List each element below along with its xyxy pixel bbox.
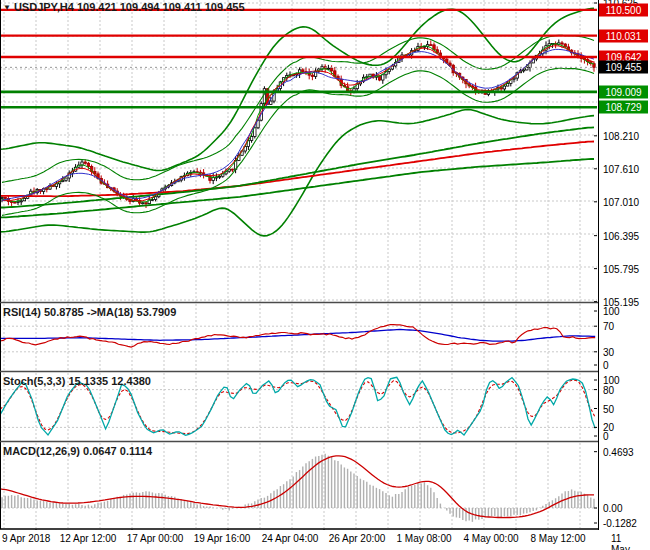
time-tick-label: 8 May 12:00 (530, 533, 585, 544)
time-tick-label: 11 May 04:00 (611, 533, 637, 550)
price-tick-label: 107.610 (603, 163, 639, 174)
price-level-badge: 108.729 (599, 101, 648, 114)
candle (71, 168, 73, 177)
symbol-timeframe-label: USDJPY,H4 (14, 1, 74, 13)
chart-canvas[interactable] (0, 0, 650, 550)
rsi-tick-label: 0 (603, 360, 609, 371)
time-tick-label: 24 Apr 04:00 (262, 533, 319, 544)
price-tick-label: 105.795 (603, 263, 639, 274)
macd-indicator-label: MACD(12,26,9) 0.0647 0.1114 (3, 445, 152, 457)
candle-body (151, 200, 153, 201)
time-tick-label: 17 Apr 00:00 (127, 533, 184, 544)
candle-body (23, 198, 25, 201)
candle-body (503, 86, 505, 89)
candle (311, 73, 313, 80)
price-level-badge: 109.009 (599, 85, 648, 98)
rsi-tick-label: 30 (603, 346, 614, 357)
trading-chart-window: ▼USDJPY,H4 109.421 109.494 109.411 109.4… (0, 0, 650, 550)
candle-body (218, 176, 220, 177)
candle-body (142, 203, 144, 204)
ohlc-values: 109.421 109.494 109.411 109.455 (77, 1, 245, 13)
stochastic-indicator-label: Stoch(5,3,3) 15.1335 12.4380 (3, 375, 151, 387)
rsi-tick-label: 100 (603, 306, 620, 317)
rsi-main-line (0, 325, 595, 348)
candle-body (14, 202, 16, 203)
candle (593, 61, 595, 71)
candle-body (154, 197, 156, 200)
time-tick-label: 19 Apr 16:00 (194, 533, 251, 544)
candle-body (449, 63, 451, 65)
candle-body (145, 203, 147, 204)
candle-body (561, 43, 563, 44)
time-axis[interactable]: 9 Apr 201812 Apr 12:0017 Apr 00:0019 Apr… (0, 530, 650, 550)
time-tick-label: 12 Apr 12:00 (60, 533, 117, 544)
candle-body (231, 169, 233, 170)
price-level-badge: 110.500 (599, 3, 648, 16)
candlesticks (1, 39, 595, 208)
candle-body (87, 163, 89, 166)
chart-title: ▼USDJPY,H4 109.421 109.494 109.411 109.4… (3, 1, 245, 13)
price-level-badge: 110.031 (599, 29, 648, 42)
price-tick-label: 106.395 (603, 230, 639, 241)
current-price-badge: 109.455 (599, 61, 648, 74)
stoch-signal-line (0, 380, 595, 434)
candle-body (84, 162, 86, 163)
candle-body (135, 199, 137, 201)
pane-splitter[interactable] (0, 441, 650, 444)
price-tick-label: 107.010 (603, 196, 639, 207)
candle-body (1, 197, 3, 198)
time-tick-label: 26 Apr 20:00 (329, 533, 386, 544)
price-axis[interactable]: 110.625108.210107.610107.010106.395105.7… (598, 0, 650, 550)
bollinger-inner-lower-band (2, 68, 594, 215)
time-tick-label: 4 May 00:00 (463, 533, 518, 544)
candle-body (302, 70, 304, 72)
candle (308, 69, 310, 80)
price-tick-label: 108.210 (603, 130, 639, 141)
candle-body (65, 178, 67, 180)
rsi-tick-label: 70 (603, 321, 614, 332)
stoch-tick-label: 80 (603, 384, 614, 395)
macd-tick-label: 0.00 (603, 503, 622, 514)
candle-body (20, 201, 22, 202)
rsi-indicator-label: RSI(14) 50.8785 ->MA(18) 53.7909 (3, 306, 176, 318)
candle-body (250, 136, 252, 140)
bollinger-outer-lower-band (0, 110, 594, 236)
macd-histogram (2, 454, 594, 522)
pane-splitter[interactable] (0, 371, 650, 374)
symbol-dropdown-icon[interactable]: ▼ (3, 3, 11, 12)
candle-body (4, 197, 6, 198)
time-tick-label: 1 May 08:00 (396, 533, 451, 544)
candle (212, 173, 214, 184)
candle-body (430, 45, 432, 46)
pane-splitter[interactable] (0, 302, 650, 305)
candle-body (382, 75, 384, 80)
macd-tick-label: 0.4693 (603, 446, 634, 457)
stoch-tick-label: 50 (603, 403, 614, 414)
candle (202, 169, 204, 178)
candle-body (311, 75, 313, 76)
macd-tick-label: -0.1282 (603, 518, 637, 529)
candle (65, 178, 67, 182)
candle (430, 40, 432, 45)
stoch-tick-label: 0 (603, 431, 609, 442)
candle-body (270, 101, 272, 104)
candle-body (330, 68, 332, 71)
time-tick-label: 9 Apr 2018 (2, 533, 50, 544)
candle-body (327, 68, 329, 69)
candle (314, 68, 316, 79)
candle (78, 161, 80, 167)
candle (554, 41, 556, 48)
